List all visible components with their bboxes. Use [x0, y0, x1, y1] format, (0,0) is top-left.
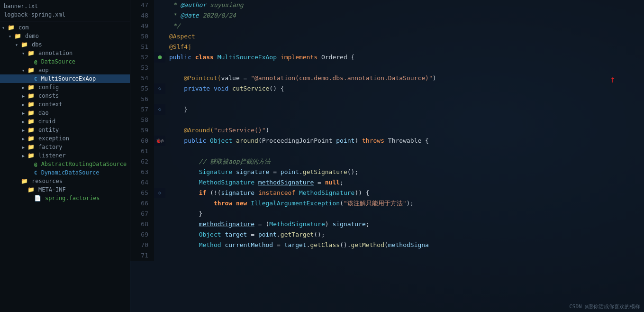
line-number: 47 [130, 0, 154, 10]
line-number: 61 [130, 146, 154, 156]
code-line-69: 69 Object target = point.getTarget(); [130, 229, 644, 240]
line-number: 62 [130, 156, 154, 167]
line-number: 71 [130, 250, 154, 261]
line-number: 66 [130, 198, 154, 209]
sidebar-tree-item-3[interactable]: ▾📁annotation [0, 49, 130, 57]
line-number: 63 [130, 167, 154, 177]
gutter-symbol: ⬤ [154, 52, 165, 63]
tree-item-label: dao [38, 110, 49, 116]
tree-arrow: ▶ [22, 85, 27, 90]
sidebar-tree-item-7[interactable]: ▶📁config [0, 83, 130, 92]
tree-arrow: ▾ [15, 42, 21, 47]
code-text: // 获取被aop拦截的方法 [165, 156, 644, 167]
sidebar-tree-item-4[interactable]: @DataSource [0, 57, 130, 66]
code-line-63: 63 Signature signature = point.getSignat… [130, 167, 644, 177]
java-green-icon: @ [34, 161, 39, 167]
tree-item-label: MultiSourceExAop [41, 75, 96, 82]
sidebar-tree-item-17[interactable]: CDynamicDataSource [0, 168, 130, 177]
code-text: Object target = point.getTarget(); [165, 229, 644, 240]
code-line-47: 47 * @author xuyuxiang [130, 0, 644, 10]
code-line-59: 59 @Around("cutService()") [130, 125, 644, 136]
java-green-icon: @ [34, 58, 39, 65]
sidebar-tree-item-8[interactable]: ▶📁consts [0, 92, 130, 100]
folder-icon: 📁 [27, 92, 36, 99]
code-text: } [165, 104, 644, 115]
code-text [165, 94, 644, 104]
folder-icon: 📁 [27, 152, 36, 159]
tree-arrow: ▶ [22, 102, 27, 107]
code-line-71: 71 [130, 250, 644, 261]
sidebar-tree-item-12[interactable]: ▶📁entity [0, 126, 130, 134]
code-text: * @author xuyuxiang [165, 0, 644, 10]
sidebar-tree-item-6[interactable]: CMultiSourceExAop [0, 74, 130, 83]
code-text: @Around("cutService()") [165, 125, 644, 136]
code-line-48: 48 * @date 2020/8/24 [130, 10, 644, 21]
sidebar-tree-item-2[interactable]: ▾📁dbs [0, 40, 130, 49]
label-icon: 📁 [21, 178, 30, 184]
tree-item-label: exception [38, 135, 69, 142]
sidebar-tree-item-13[interactable]: ▶📁exception [0, 134, 130, 143]
code-line-55: 55◇ private void cutService() { [130, 83, 644, 94]
sidebar-file-logback[interactable]: logback-spring.xml [0, 10, 130, 19]
tree-arrow: ▶ [22, 145, 27, 150]
sidebar-tree-item-20[interactable]: 📄spring.factories [0, 194, 130, 202]
gutter-symbol: ◇ [154, 83, 165, 94]
sidebar-tree-item-18[interactable]: 📁resources [0, 177, 130, 185]
line-number: 56 [130, 94, 154, 104]
sidebar-tree-item-14[interactable]: ▶📁factory [0, 143, 130, 151]
code-line-64: 64 MethodSignature methodSignature = nul… [130, 177, 644, 188]
tree-arrow: ▶ [22, 110, 27, 116]
code-editor: 47 * @author xuyuxiang48 * @date 2020/8/… [130, 0, 644, 312]
tree-arrow: ▶ [22, 119, 27, 124]
sidebar-file-banner[interactable]: banner.txt [0, 2, 130, 10]
label-icon: 📁 [8, 24, 17, 31]
tree-item-label: context [38, 101, 63, 108]
sidebar-tree-item-19[interactable]: 📁META-INF [0, 185, 130, 194]
code-text: public class MultiSourceExAop implements… [165, 52, 644, 63]
code-line-49: 49 */ [130, 21, 644, 31]
line-number: 54 [130, 73, 154, 83]
code-line-67: 67 } [130, 209, 644, 219]
sidebar-tree-item-1[interactable]: ▾📁demo [0, 32, 130, 40]
sidebar-tree-item-5[interactable]: ▾📁aop [0, 66, 130, 74]
sidebar-tree-item-11[interactable]: ▶📁druid [0, 117, 130, 126]
line-number: 69 [130, 229, 154, 240]
code-editor-area: ↑ 47 * @author xuyuxiang48 * @date 2020/… [130, 0, 644, 312]
folder-icon: 📁 [27, 186, 36, 193]
folder-icon: 📁 [21, 41, 30, 48]
tree-item-label: AbstractRoutingDataSource [41, 161, 127, 167]
tree-arrow: ▾ [9, 34, 14, 39]
tree-item-label: demo [25, 33, 39, 39]
sidebar-tree-item-9[interactable]: ▶📁context [0, 100, 130, 109]
code-text: * @date 2020/8/24 [165, 10, 644, 21]
code-line-65: 65◇ if (!(signature instanceof MethodSig… [130, 188, 644, 198]
code-text: if (!(signature instanceof MethodSignatu… [165, 188, 644, 198]
sidebar-tree-item-16[interactable]: @AbstractRoutingDataSource [0, 160, 130, 168]
code-line-51: 51@Slf4j [130, 42, 644, 52]
tree-item-label: META-INF [38, 186, 66, 193]
sidebar-tree-item-10[interactable]: ▶📁dao [0, 109, 130, 117]
tree-item-label: annotation [38, 50, 73, 56]
code-line-54: 54 @Pointcut(value = "@annotation(com.de… [130, 73, 644, 83]
sidebar-tree-item-15[interactable]: ▶📁listener [0, 151, 130, 160]
code-text: Method currentMethod = target.getClass()… [165, 240, 644, 250]
folder-icon: 📁 [27, 110, 36, 116]
code-line-57: 57◇ } [130, 104, 644, 115]
code-line-62: 62 // 获取被aop拦截的方法 [130, 156, 644, 167]
code-line-50: 50@Aspect [130, 31, 644, 42]
folder-icon: 📁 [27, 84, 36, 91]
tree-item-label: DynamicDataSource [41, 169, 100, 176]
folder-icon: 📁 [27, 67, 36, 73]
folder-icon: 📁 [27, 118, 36, 125]
line-number: 50 [130, 31, 154, 42]
code-line-56: 56 [130, 94, 644, 104]
code-text: Signature signature = point.getSignature… [165, 167, 644, 177]
sidebar-tree-item-0[interactable]: ▾📁com [0, 23, 130, 32]
tree-item-label: dbs [32, 41, 42, 48]
sidebar-top-files: banner.txt logback-spring.xml [0, 0, 130, 21]
line-number: 67 [130, 209, 154, 219]
gutter-symbol: 🐞@ [154, 136, 165, 146]
code-text: */ [165, 21, 644, 31]
code-text: private void cutService() { [165, 83, 644, 94]
code-text [165, 146, 644, 156]
